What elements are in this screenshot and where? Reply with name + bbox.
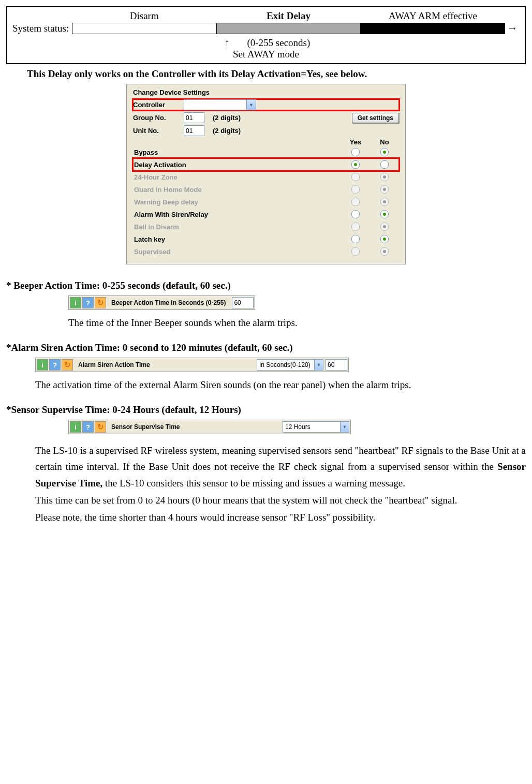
supervise-dropdown[interactable]: 12 Hours ▼ [283, 421, 349, 433]
arrow-right-icon: → [505, 22, 520, 34]
option-radio-yes[interactable] [341, 148, 370, 156]
help-icon[interactable]: ? [82, 421, 94, 433]
beeper-heading: * Beeper Action Time: 0-255 seconds (def… [6, 280, 526, 291]
option-radio-no [370, 223, 399, 231]
info-icon[interactable]: i [70, 421, 81, 433]
siren-value-input[interactable] [326, 359, 347, 371]
beeper-param-label: Beeper Action Time In Seconds (0-255) [107, 299, 230, 306]
siren-desc: The activation time of the external Alar… [35, 379, 526, 391]
option-row: Bypass [133, 146, 399, 158]
supervise-heading: *Sensor Supervise Time: 0-24 Hours (defa… [6, 404, 526, 416]
status-seg-disarm [72, 23, 217, 34]
beeper-value-input[interactable] [232, 297, 254, 308]
option-row: 24-Hour Zone [133, 171, 399, 183]
group-label: Group No. [133, 114, 184, 122]
siren-heading: *Alarm Siren Action Time: 0 second to 12… [6, 342, 526, 353]
option-row: Guard In Home Mode [133, 183, 399, 196]
siren-param-label: Alarm Siren Action Time [74, 361, 257, 368]
unit-row: Unit No. (2 digits) [133, 125, 399, 136]
option-radio-no[interactable] [370, 235, 399, 243]
option-radio-no [370, 173, 399, 181]
option-label: Guard In Home Mode [133, 186, 341, 194]
controller-label: Controller [133, 101, 184, 109]
supervise-param-label: Sensor Supervise Time [107, 423, 283, 431]
refresh-icon[interactable]: ↻ [95, 421, 106, 433]
info-icon[interactable]: i [70, 297, 81, 308]
arrow-up-icon: ↑ [222, 37, 232, 49]
chevron-down-icon: ▼ [340, 422, 349, 432]
option-radio-no[interactable] [370, 210, 399, 218]
siren-unit-value: In Seconds(0-120) [259, 361, 311, 368]
yes-header: Yes [341, 138, 370, 146]
option-label: Latch key [133, 235, 341, 243]
settings-title: Change Device Settings [133, 86, 399, 99]
group-row: Group No. (2 digits) Get settings [133, 112, 399, 123]
status-col-exit-delay: Exit Delay [216, 10, 361, 23]
option-label: Bell in Disarm [133, 223, 341, 231]
chevron-down-icon: ▼ [314, 360, 323, 370]
system-status-label: System status: [12, 23, 69, 34]
unit-input[interactable] [184, 125, 204, 136]
option-row: Alarm With Siren/Relay [133, 208, 399, 220]
supervise-para3: Please note, the time shorter than 4 hou… [35, 509, 526, 525]
refresh-icon[interactable]: ↻ [95, 297, 106, 308]
group-input[interactable] [184, 112, 204, 123]
change-device-settings-panel: Change Device Settings Controller ▼ Grou… [126, 84, 406, 264]
status-col-away-arm: AWAY ARM effective [361, 10, 505, 23]
supervise-para1: The LS-10 is a supervised RF wireless sy… [35, 442, 526, 491]
option-label: 24-Hour Zone [133, 173, 341, 181]
group-digits-note: (2 digits) [213, 114, 241, 122]
option-row: Supervised [133, 245, 399, 258]
option-label: Bypass [133, 149, 341, 156]
status-seg-exit-delay [217, 23, 361, 34]
option-radio-yes[interactable] [341, 235, 370, 243]
option-radio-yes [341, 247, 370, 256]
status-col-disarm: Disarm [72, 10, 216, 23]
option-radio-no [370, 185, 399, 194]
controller-dropdown[interactable]: ▼ [184, 99, 256, 110]
status-bar-strip [72, 23, 505, 34]
unit-label: Unit No. [133, 127, 184, 135]
unit-digits-note: (2 digits) [213, 127, 241, 135]
siren-param-bar: i ? ↻ Alarm Siren Action Time In Seconds… [35, 358, 349, 372]
option-radio-yes[interactable] [341, 210, 370, 218]
option-label: Alarm With Siren/Relay [133, 211, 341, 218]
status-seg-away-arm [361, 23, 505, 34]
refresh-icon[interactable]: ↻ [62, 359, 73, 371]
option-radio-no[interactable] [370, 160, 399, 169]
set-away-mode-text: Set AWAY mode [12, 49, 520, 60]
chevron-down-icon: ▼ [246, 100, 256, 110]
help-icon[interactable]: ? [49, 359, 61, 371]
option-row: Delay Activation [133, 158, 399, 171]
option-radio-yes [341, 173, 370, 181]
option-label: Supervised [133, 248, 341, 256]
option-radio-no [370, 247, 399, 256]
info-icon[interactable]: i [37, 359, 48, 371]
option-label: Warning Beep delay [133, 198, 341, 206]
option-label: Delay Activation [133, 161, 341, 169]
beeper-param-bar: i ? ↻ Beeper Action Time In Seconds (0-2… [68, 295, 255, 310]
supervise-param-bar: i ? ↻ Sensor Supervise Time 12 Hours ▼ [68, 420, 351, 434]
option-radio-yes [341, 223, 370, 231]
help-icon[interactable]: ? [82, 297, 94, 308]
option-radio-no[interactable] [370, 148, 399, 156]
beeper-desc: The time of the Inner Beeper sounds when… [68, 317, 526, 329]
system-status-diagram: System status: Disarm Exit Delay AWAY AR… [6, 6, 526, 64]
delay-note: This Delay only works on the Controller … [27, 68, 526, 80]
option-row: Latch key [133, 233, 399, 245]
yes-no-header: Yes No [133, 138, 399, 146]
status-range-text: (0-255 seconds) [247, 37, 310, 48]
option-radio-yes [341, 185, 370, 194]
option-radio-no [370, 198, 399, 206]
no-header: No [370, 138, 399, 146]
supervise-para2: This time can be set from 0 to 24 hours … [35, 492, 526, 508]
get-settings-button[interactable]: Get settings [352, 113, 399, 123]
option-row: Warning Beep delay [133, 196, 399, 208]
siren-unit-dropdown[interactable]: In Seconds(0-120) ▼ [257, 359, 323, 371]
option-row: Bell in Disarm [133, 220, 399, 233]
option-radio-yes [341, 198, 370, 206]
controller-row: Controller ▼ [133, 99, 399, 110]
option-radio-yes[interactable] [341, 160, 370, 169]
supervise-dropdown-value: 12 Hours [285, 423, 311, 431]
